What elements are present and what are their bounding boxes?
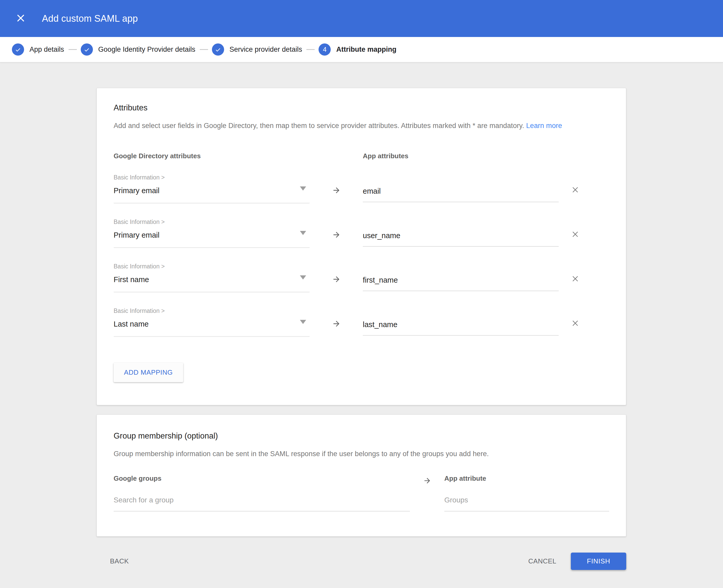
directory-attribute-value: First name (114, 276, 149, 284)
mapping-row: Basic Information > Primary email (114, 174, 609, 204)
close-icon (571, 275, 579, 284)
step-connector (68, 49, 77, 50)
arrow-right-icon (310, 174, 363, 204)
groups-attribute-input[interactable] (444, 495, 609, 511)
attributes-card-description: Add and select user fields in Google Dir… (114, 122, 609, 130)
add-mapping-button[interactable]: ADD MAPPING (114, 363, 183, 382)
finish-button[interactable]: FINISH (571, 552, 626, 570)
directory-attribute-dropdown[interactable]: Primary email (114, 187, 310, 204)
delete-mapping-button[interactable] (570, 230, 580, 239)
column-headers: Google Directory attributes App attribut… (114, 152, 609, 160)
directory-attribute-dropdown[interactable]: Last name (114, 320, 310, 337)
step-connector (200, 49, 208, 50)
step-label: Google Identity Provider details (98, 45, 195, 54)
delete-mapping-button[interactable] (570, 185, 580, 195)
app-attribute-input[interactable] (363, 313, 559, 336)
close-icon (16, 13, 26, 24)
dialog-title: Add custom SAML app (42, 13, 138, 24)
app-attribute-input[interactable] (363, 224, 559, 247)
arrow-right-icon (410, 475, 444, 511)
step-number-badge: 4 (319, 43, 331, 56)
mapping-row: Basic Information > First name (114, 264, 609, 292)
delete-mapping-button[interactable] (570, 319, 580, 328)
group-membership-description: Group membership information can be sent… (114, 450, 609, 458)
page-content: Attributes Add and select user fields in… (0, 62, 723, 570)
app-attributes-header: App attributes (363, 152, 559, 160)
check-icon (12, 43, 24, 56)
group-search-input[interactable] (114, 495, 410, 511)
check-icon (212, 43, 224, 56)
footer-actions: BACK CANCEL FINISH (97, 552, 626, 570)
step-service-provider-details[interactable]: Service provider details (212, 43, 302, 56)
chevron-down-icon (300, 275, 306, 279)
app-attribute-header: App attribute (444, 475, 609, 483)
close-icon (571, 186, 579, 195)
directory-attribute-dropdown[interactable]: Primary email (114, 231, 310, 248)
stepper: App details Google Identity Provider det… (0, 37, 723, 62)
chevron-down-icon (300, 186, 306, 191)
appbar: Add custom SAML app (0, 0, 723, 37)
google-directory-attributes-header: Google Directory attributes (114, 152, 310, 160)
arrow-right-icon (310, 264, 363, 292)
step-label: Service provider details (229, 45, 302, 54)
back-button[interactable]: BACK (105, 553, 134, 569)
attributes-card: Attributes Add and select user fields in… (97, 88, 626, 405)
step-attribute-mapping[interactable]: 4 Attribute mapping (319, 43, 396, 56)
step-google-idp-details[interactable]: Google Identity Provider details (81, 43, 195, 56)
step-label: Attribute mapping (336, 45, 396, 54)
directory-category-label: Basic Information > (114, 308, 310, 314)
step-label: App details (29, 45, 64, 54)
group-membership-title: Group membership (optional) (114, 431, 609, 441)
directory-attribute-value: Last name (114, 320, 148, 328)
mapping-row: Basic Information > Primary email (114, 219, 609, 248)
directory-category-label: Basic Information > (114, 264, 310, 269)
group-mapping-row: Google groups App attribute (114, 475, 609, 511)
app-attribute-input[interactable] (363, 269, 559, 291)
directory-attribute-value: Primary email (114, 187, 159, 194)
arrow-right-icon (310, 219, 363, 248)
cancel-button[interactable]: CANCEL (523, 553, 562, 569)
mapping-row: Basic Information > Last name (114, 308, 609, 337)
check-icon (81, 43, 93, 56)
directory-attribute-value: Primary email (114, 231, 159, 239)
learn-more-link[interactable]: Learn more (526, 122, 562, 129)
app-attribute-input[interactable] (363, 180, 559, 202)
group-membership-card: Group membership (optional) Group member… (97, 415, 626, 537)
step-connector (306, 49, 315, 50)
attributes-card-title: Attributes (114, 103, 609, 112)
attributes-description-text: Add and select user fields in Google Dir… (114, 122, 524, 129)
chevron-down-icon (300, 320, 306, 324)
close-icon (571, 319, 579, 328)
directory-category-label: Basic Information > (114, 174, 310, 181)
step-app-details[interactable]: App details (12, 43, 64, 56)
directory-attribute-dropdown[interactable]: First name (114, 276, 310, 292)
close-button[interactable] (15, 13, 26, 24)
directory-category-label: Basic Information > (114, 219, 310, 225)
delete-mapping-button[interactable] (570, 274, 580, 284)
close-icon (571, 230, 579, 239)
arrow-right-icon (310, 308, 363, 337)
google-groups-header: Google groups (114, 475, 410, 483)
chevron-down-icon (300, 231, 306, 235)
